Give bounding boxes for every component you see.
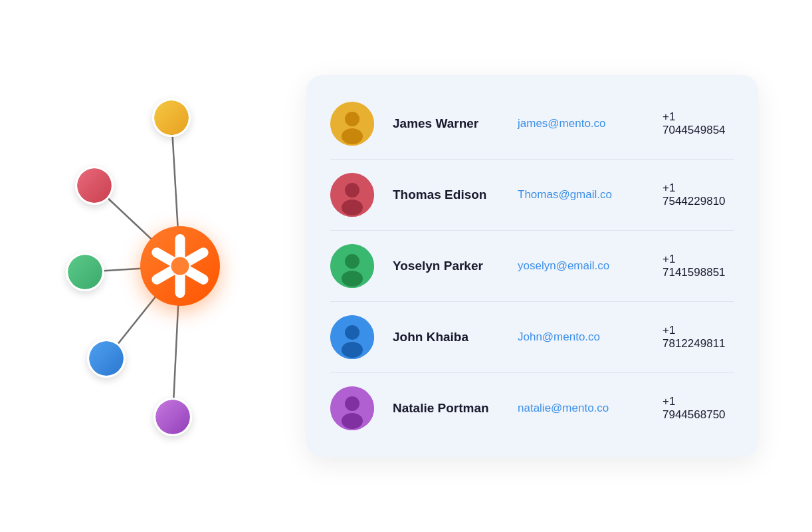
avatar-john [330, 315, 374, 359]
contact-row-3: Yoselyn Parker yoselyn@email.co +1 71415… [330, 231, 734, 302]
svg-point-23 [342, 342, 363, 358]
svg-point-11 [171, 257, 189, 275]
contact-name-4: John Khaiba [393, 330, 499, 344]
contact-name-3: Yoselyn Parker [393, 259, 499, 273]
avatar-natalie [330, 386, 374, 430]
contact-phone-2: +1 7544229810 [662, 182, 734, 208]
satellite-1 [152, 98, 191, 137]
contact-name-5: Natalie Portman [393, 401, 499, 416]
contact-phone-3: +1 7141598851 [662, 253, 734, 279]
svg-point-22 [345, 325, 359, 340]
svg-point-17 [342, 200, 363, 215]
avatar-thomas [330, 173, 374, 217]
contact-row-5: Natalie Portman natalie@mento.co +1 7944… [330, 373, 734, 444]
contact-email-1[interactable]: james@mento.co [518, 117, 644, 130]
svg-point-19 [345, 254, 359, 269]
svg-point-25 [345, 396, 359, 411]
contact-email-3[interactable]: yoselyn@email.co [518, 259, 644, 273]
scene: James Warner james@mento.co +1 704454985… [0, 0, 812, 532]
satellite-2 [75, 166, 114, 205]
satellite-5 [153, 398, 192, 436]
contact-row-2: Thomas Edison Thomas@gmail.co +1 7544229… [330, 160, 734, 231]
satellite-3 [66, 253, 104, 291]
svg-point-16 [345, 183, 359, 198]
contact-name-1: James Warner [393, 116, 499, 131]
contact-email-4[interactable]: John@mento.co [518, 331, 644, 344]
contact-row-1: James Warner james@mento.co +1 704454985… [330, 88, 734, 160]
asterisk-svg [140, 226, 220, 306]
svg-point-13 [345, 112, 359, 126]
contact-phone-5: +1 7944568750 [662, 395, 734, 422]
contact-email-2[interactable]: Thomas@gmail.co [518, 188, 644, 201]
network-diagram [54, 53, 306, 479]
contact-card: James Warner james@mento.co +1 704454985… [306, 75, 758, 457]
avatar-james [330, 102, 374, 146]
satellite-4 [87, 339, 126, 378]
contact-email-5[interactable]: natalie@mento.co [518, 402, 644, 415]
contact-name-2: Thomas Edison [393, 188, 499, 202]
svg-point-26 [342, 413, 363, 429]
avatar-yoselyn [330, 244, 374, 288]
contact-phone-4: +1 7812249811 [662, 324, 734, 350]
hub-icon [140, 226, 220, 306]
contact-phone-1: +1 7044549854 [662, 110, 734, 137]
svg-point-20 [342, 271, 363, 287]
svg-point-14 [342, 128, 363, 144]
contact-row-4: John Khaiba John@mento.co +1 7812249811 [330, 302, 734, 373]
